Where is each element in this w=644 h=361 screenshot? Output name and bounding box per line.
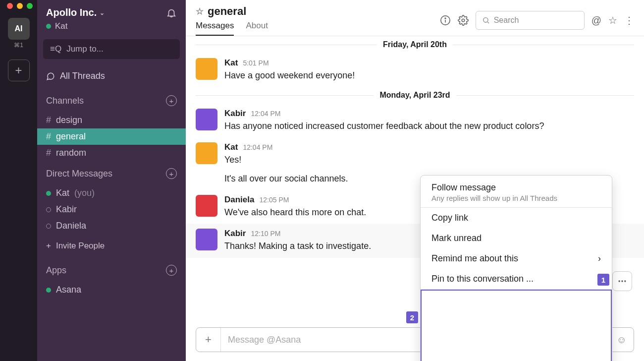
message-author[interactable]: Daniela (224, 195, 254, 205)
tab-messages[interactable]: Messages (196, 21, 234, 36)
menu-mark-unread[interactable]: Mark unread (421, 228, 612, 248)
menu-follow-message[interactable]: Follow message Any replies will show up … (421, 176, 612, 207)
channels-section-header[interactable]: Channels (46, 96, 84, 106)
notifications-icon[interactable] (166, 7, 177, 18)
avatar[interactable] (196, 195, 217, 217)
search-icon (482, 16, 490, 24)
app-asana[interactable]: Asana (37, 282, 186, 298)
message-author[interactable]: Kabir (224, 229, 246, 239)
menu-copy-link[interactable]: Copy link (421, 208, 612, 228)
tab-about[interactable]: About (246, 21, 268, 36)
apps-section-header[interactable]: Apps (46, 265, 66, 276)
avatar[interactable] (196, 229, 217, 250)
channel-design[interactable]: #design (37, 112, 186, 128)
workspace-name-button[interactable]: Apollo Inc. ⌄ (46, 7, 105, 18)
attach-button[interactable]: + (196, 328, 221, 352)
message-text: Yes! (224, 153, 634, 166)
message-time: 5:01 PM (243, 59, 268, 67)
mentions-icon[interactable]: @ (591, 15, 601, 26)
jump-to-input[interactable]: ≡Q Jump to... (43, 39, 180, 59)
presence-online-icon (46, 288, 51, 293)
new-dm-button[interactable]: + (166, 168, 177, 179)
channel-details-icon[interactable] (440, 15, 451, 26)
invite-people-button[interactable]: +Invite People (37, 234, 186, 258)
message[interactable]: Kabir12:04 PM Has anyone noticed increas… (196, 104, 634, 137)
channel-general[interactable]: #general (37, 128, 186, 145)
channel-header: ☆ general Messages About Search (186, 0, 644, 36)
svg-line-5 (487, 22, 489, 23)
search-input[interactable]: Search (476, 11, 585, 30)
presence-offline-icon (46, 224, 51, 229)
avatar[interactable] (196, 142, 217, 164)
all-threads-link[interactable]: All Threads (37, 66, 186, 88)
svg-point-7 (621, 280, 623, 282)
svg-point-2 (445, 18, 446, 19)
sidebar: Apollo Inc. ⌄ Kat ≡Q Jump to... All Thre… (37, 0, 186, 361)
avatar[interactable] (196, 109, 217, 130)
message-time: 12:05 PM (259, 196, 289, 204)
presence-online-icon (46, 24, 51, 29)
message-context-menu: Follow message Any replies will show up … (420, 175, 612, 361)
threads-icon (46, 72, 55, 81)
date-divider: Friday, April 20th (196, 36, 634, 53)
dm-kat[interactable]: Kat (you) (37, 185, 186, 201)
emoji-button[interactable]: ☺ (617, 334, 627, 346)
chevron-down-icon: ⌄ (100, 9, 105, 16)
chevron-right-icon: › (598, 253, 601, 264)
add-channel-button[interactable]: + (166, 95, 177, 106)
svg-point-8 (624, 280, 626, 282)
workspace-switcher[interactable]: AI (8, 18, 30, 40)
message-time: 12:04 PM (251, 110, 280, 118)
svg-point-6 (619, 280, 620, 282)
more-icon[interactable]: ⋮ (624, 14, 634, 26)
message-time: 12:10 PM (251, 230, 280, 238)
jump-icon: ≡Q (50, 44, 61, 54)
message-actions-button[interactable] (612, 271, 632, 291)
maximize-window-icon[interactable] (27, 3, 33, 9)
workspace-rail: AI ⌘1 + (0, 0, 37, 361)
star-channel-icon[interactable]: ☆ (196, 6, 204, 17)
date-divider: Monday, April 23rd (196, 87, 634, 104)
annotation-badge-2: 2 (406, 311, 418, 323)
channel-name: general (208, 5, 246, 18)
message-time: 12:04 PM (243, 143, 272, 151)
channel-settings-icon[interactable] (458, 15, 469, 26)
message-text: Have a good weekend everyone! (224, 69, 634, 82)
current-user-presence[interactable]: Kat (37, 20, 186, 37)
message-author[interactable]: Kat (224, 142, 238, 152)
add-workspace-button[interactable]: + (8, 60, 30, 81)
minimize-window-icon[interactable] (17, 3, 23, 9)
svg-point-3 (462, 19, 465, 22)
annotation-badge-1: 1 (597, 274, 609, 286)
avatar[interactable] (196, 58, 217, 80)
more-horizontal-icon (617, 276, 627, 286)
message-author[interactable]: Kat (224, 58, 238, 68)
message-author[interactable]: Kabir (224, 109, 246, 119)
dm-kabir[interactable]: Kabir (37, 201, 186, 218)
svg-point-4 (483, 18, 487, 22)
message[interactable]: Kat5:01 PM Have a good weekend everyone! (196, 53, 634, 87)
workspace-shortcut-label: ⌘1 (14, 42, 23, 49)
presence-offline-icon (46, 207, 51, 212)
menu-remind-me[interactable]: Remind me about this› (421, 248, 612, 269)
window-controls (0, 3, 33, 9)
presence-online-icon (46, 191, 51, 196)
dm-daniela[interactable]: Daniela (37, 218, 186, 234)
menu-pin[interactable]: Pin to this conversation ... (421, 269, 612, 289)
add-app-button[interactable]: + (166, 265, 177, 276)
close-window-icon[interactable] (7, 3, 13, 9)
channel-random[interactable]: #random (37, 145, 186, 161)
dm-section-header[interactable]: Direct Messages (46, 169, 112, 179)
message-text: Has anyone noticed increased customer fe… (224, 120, 634, 132)
main-content: ☆ general Messages About Search (186, 0, 644, 361)
starred-items-icon[interactable]: ☆ (608, 14, 617, 26)
menu-add-task-comment[interactable]: Add as task comment ...Asana (422, 291, 611, 361)
